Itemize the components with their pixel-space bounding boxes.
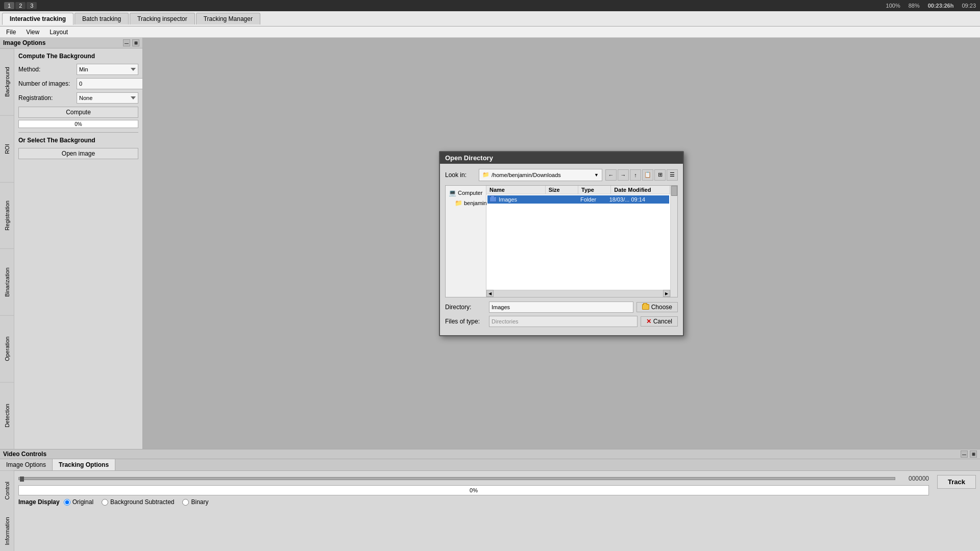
scroll-horiz[interactable] <box>494 290 663 296</box>
nav-clipboard-icon[interactable]: 📋 <box>642 169 653 181</box>
look-in-path: 📁 /home/benjamin/Downloads ▼ <box>479 169 602 181</box>
open-image-button[interactable]: Open image <box>18 148 138 159</box>
tab-tracking-manager[interactable]: Tracking Manager <box>196 13 260 24</box>
bottom-icon-maximize[interactable]: ⊞ <box>970 450 977 458</box>
vert-label-detection[interactable]: Detection <box>0 382 14 449</box>
frame-display: 000000 <box>898 475 929 482</box>
modal-overlay: Open Directory Look in: 📁 /home/benjamin… <box>143 38 980 449</box>
bottom-content: Control Information 000000 0% Image Disp… <box>0 471 980 551</box>
tab-tracking-inspector[interactable]: Tracking inspector <box>130 13 195 24</box>
bottom-vert-label-control[interactable]: Control <box>0 471 14 511</box>
col-type[interactable]: Type <box>578 186 611 194</box>
select-bg-title: Or Select The Background <box>18 137 138 144</box>
zoom-level: 100% <box>886 3 900 9</box>
directory-label: Directory: <box>445 304 486 311</box>
bottom-title-bar: Video Controls — ⊞ <box>0 449 980 459</box>
image-display-row: Image Display Original Background Subtra… <box>18 498 929 506</box>
dialog-body: Look in: 📁 /home/benjamin/Downloads ▼ ← … <box>440 164 683 335</box>
scroll-track <box>670 186 677 297</box>
compute-progress: 0% <box>18 120 138 128</box>
nav-list-icon[interactable]: ☰ <box>667 169 678 181</box>
radio-binary[interactable]: Binary <box>182 498 208 506</box>
num-images-label: Number of images: <box>18 80 75 87</box>
panel-title: Image Options <box>3 39 45 46</box>
compute-button[interactable]: Compute <box>18 107 138 118</box>
bottom-side-label: Control Information <box>0 471 14 551</box>
col-date[interactable]: Date Modified <box>611 186 670 194</box>
file-list: Images Folder 18/03/... 09:14 <box>486 194 670 290</box>
video-slider[interactable] <box>18 477 895 480</box>
panel-icon-maximize[interactable]: ⊞ <box>132 39 139 46</box>
tree-item-computer[interactable]: 💻 Computer <box>448 188 484 198</box>
scroll-handle[interactable] <box>671 186 677 196</box>
radio-binary-label: Binary <box>191 498 208 506</box>
vert-label-binarization[interactable]: Binarization <box>0 248 14 315</box>
video-slider-thumb <box>20 477 24 482</box>
tree-item-computer-label: Computer <box>458 190 482 196</box>
vert-label-background[interactable]: Background <box>0 48 14 115</box>
nav-forward-icon[interactable]: → <box>618 169 629 181</box>
bottom-vert-label-information[interactable]: Information <box>0 511 14 552</box>
track-button[interactable]: Track <box>937 475 976 489</box>
vert-label-operation[interactable]: Operation <box>0 315 14 382</box>
file-tree: 💻 Computer 📁 benjamin <box>446 186 486 297</box>
method-row: Method: Min Max Mean Median <box>18 64 138 75</box>
vert-label-registration[interactable]: Registration <box>0 182 14 249</box>
bottom-title-icons: — ⊞ <box>961 450 977 458</box>
look-in-label: Look in: <box>445 171 476 179</box>
file-list-row[interactable]: Images Folder 18/03/... 09:14 <box>487 195 669 204</box>
workspace-1[interactable]: 1 <box>4 2 14 9</box>
radio-binary-input[interactable] <box>182 499 189 506</box>
tab-batch-tracking[interactable]: Batch tracking <box>75 13 129 24</box>
tab-image-options[interactable]: Image Options <box>0 459 53 470</box>
col-name[interactable]: Name <box>486 186 546 194</box>
registration-select[interactable]: None Translation Rigid <box>77 92 138 104</box>
tab-interactive-tracking[interactable]: Interactive tracking <box>2 13 74 25</box>
main-layout: Image Options — ⊞ Background ROI Registr… <box>0 38 980 551</box>
panel-title-icons: — ⊞ <box>123 39 139 46</box>
file-type: Folder <box>580 196 609 203</box>
scroll-left-btn[interactable]: ◀ <box>486 290 494 297</box>
menu-file[interactable]: File <box>2 28 20 36</box>
nav-back-icon[interactable]: ← <box>605 169 617 181</box>
choose-button[interactable]: Choose <box>636 302 678 312</box>
video-slider-row: 000000 <box>18 475 929 482</box>
compute-bg-title: Compute The Background <box>18 53 138 60</box>
directory-input[interactable] <box>489 302 633 313</box>
progress-row: 0% <box>18 485 929 495</box>
method-select[interactable]: Min Max Mean Median <box>77 64 138 75</box>
tab-tracking-options[interactable]: Tracking Options <box>53 459 115 470</box>
radio-bg-subtracted-input[interactable] <box>102 499 108 506</box>
vert-label-roi[interactable]: ROI <box>0 115 14 182</box>
nav-grid-icon[interactable]: ⊞ <box>654 169 666 181</box>
cancel-btn-label: Cancel <box>653 318 672 325</box>
num-images-input-group: ▲ ▼ <box>77 78 142 89</box>
file-date: 18/03/... 09:14 <box>609 196 667 203</box>
elapsed-time: 00:23:26h <box>928 3 954 9</box>
scroll-right-btn[interactable]: ▶ <box>663 290 670 297</box>
bottom-icon-minimize[interactable]: — <box>961 450 968 458</box>
tree-item-benjamin[interactable]: 📁 benjamin <box>448 198 484 208</box>
panel-icon-minimize[interactable]: — <box>123 39 130 46</box>
cancel-icon: ✕ <box>646 318 651 325</box>
radio-bg-subtracted[interactable]: Background Subtracted <box>102 498 174 506</box>
compute-progress-text: 0% <box>75 121 82 127</box>
nav-up-icon[interactable]: ↑ <box>630 169 641 181</box>
radio-original-input[interactable] <box>64 499 70 506</box>
radio-group: Original Background Subtracted Binary <box>64 498 209 506</box>
top-bar: 1 2 3 100% 88% 00:23:26h 09:23 <box>0 0 980 11</box>
num-images-input[interactable] <box>77 78 142 89</box>
col-size[interactable]: Size <box>546 186 578 194</box>
menu-layout[interactable]: Layout <box>45 28 72 36</box>
menu-view[interactable]: View <box>22 28 43 36</box>
cancel-button[interactable]: ✕ Cancel <box>641 316 678 327</box>
content-area: Image Options — ⊞ Background ROI Registr… <box>0 38 980 449</box>
radio-original-label: Original <box>72 498 93 506</box>
workspace-3[interactable]: 3 <box>27 2 37 9</box>
radio-original[interactable]: Original <box>64 498 93 506</box>
workspace-2[interactable]: 2 <box>15 2 26 9</box>
side-labels-container: Background ROI Registration Binarization… <box>0 48 142 449</box>
directory-row: Directory: Choose <box>445 302 678 313</box>
look-in-toolbar: ← → ↑ 📋 ⊞ ☰ <box>605 169 678 181</box>
look-in-path-text: /home/benjamin/Downloads <box>492 172 561 178</box>
